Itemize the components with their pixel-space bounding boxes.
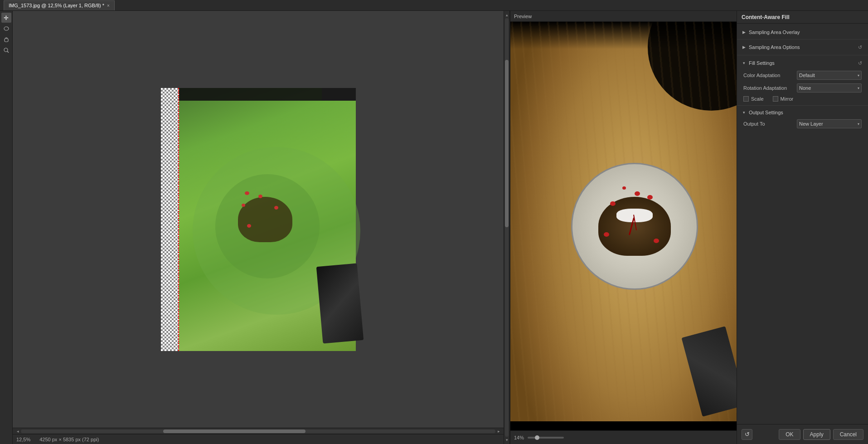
preview-image-area [510, 22, 737, 430]
output-to-value: New Layer [799, 121, 823, 127]
document-tab[interactable]: IMG_1573.jpg @ 12,5% (Layer 1, RGB/8) * … [4, 0, 115, 10]
sampling-options-arrow: ▶ [742, 45, 746, 49]
preview-header: Preview [510, 11, 737, 22]
sampling-options-title: Sampling Area Options [749, 44, 853, 50]
color-adaptation-arrow: ▾ [858, 73, 859, 78]
apply-button[interactable]: Apply [803, 429, 830, 440]
fill-settings-reset-button[interactable]: ↺ [856, 59, 863, 67]
zoom-slider-thumb[interactable] [535, 435, 539, 440]
scrollbar-track[interactable] [21, 429, 495, 433]
output-to-select[interactable]: New Layer ▾ [797, 119, 862, 128]
sampling-options-reset-button[interactable]: ↺ [856, 44, 863, 51]
preview-plate [571, 163, 698, 290]
mirror-label: Mirror [781, 96, 794, 102]
document-info: 4250 px × 5835 px (72 ppi) [39, 437, 99, 442]
tab-label: IMG_1573.jpg @ 12,5% (Layer 1, RGB/8) * [9, 3, 104, 8]
scale-checkbox[interactable] [743, 96, 749, 102]
rotation-adaptation-label: Rotation Adaptation [743, 85, 793, 91]
scroll-up-arrow[interactable]: ▴ [504, 12, 510, 18]
preview-zoom-label: 14% [514, 435, 524, 440]
fill-settings-title: Fill Settings [749, 60, 853, 66]
divider-3 [737, 105, 868, 106]
sampling-overlay-title: Sampling Area Overlay [749, 29, 863, 35]
scroll-left-arrow[interactable]: ◂ [15, 428, 21, 434]
hand-tool-button[interactable] [1, 34, 11, 44]
berry-4 [604, 232, 609, 237]
main-area: ✛ [0, 11, 868, 444]
tab-area: IMG_1573.jpg @ 12,5% (Layer 1, RGB/8) * … [4, 0, 115, 10]
berry-2 [635, 191, 640, 196]
scroll-right-arrow[interactable]: ▸ [495, 428, 502, 434]
output-to-row: Output To New Layer ▾ [737, 117, 868, 130]
rotation-adaptation-select[interactable]: None ▾ [797, 83, 862, 93]
right-panel: Content-Aware Fill ▶ Sampling Area Overl… [737, 11, 868, 444]
rotation-adaptation-arrow: ▾ [858, 86, 859, 90]
preview-food-stack [598, 197, 671, 256]
left-toolbar: ✛ [0, 11, 13, 444]
svg-point-5 [4, 48, 8, 52]
preview-title: Preview [514, 14, 532, 19]
vscroll-track[interactable] [505, 18, 509, 437]
divider-2 [737, 55, 868, 55]
color-adaptation-label: Color Adaptation [743, 73, 793, 78]
cancel-button[interactable]: Cancel [833, 429, 863, 440]
color-adaptation-row: Color Adaptation Default ▾ [737, 69, 868, 82]
panel-reset-button[interactable]: ↺ [742, 429, 752, 440]
horizontal-scrollbar[interactable]: ◂ ▸ [13, 428, 504, 434]
scrollbar-thumb[interactable] [163, 429, 305, 433]
berry-1 [647, 195, 653, 200]
mirror-checkbox-group: Mirror [773, 96, 794, 102]
divider-1 [737, 39, 868, 39]
svg-line-6 [7, 51, 9, 53]
right-panel-footer: ↺ OK Apply Cancel [737, 424, 868, 444]
svg-point-0 [4, 27, 9, 30]
color-adaptation-select[interactable]: Default ▾ [797, 71, 862, 80]
color-adaptation-value: Default [799, 73, 815, 78]
output-to-arrow: ▾ [858, 122, 859, 126]
mirror-checkbox[interactable] [773, 96, 778, 102]
vertical-scrollbar[interactable]: ▴ ▾ [504, 11, 510, 444]
vscroll-thumb[interactable] [505, 60, 509, 227]
right-panel-content: ▶ Sampling Area Overlay ▶ Sampling Area … [737, 24, 868, 424]
preview-panel: Preview [510, 11, 737, 444]
canvas-document [161, 88, 356, 351]
rotation-adaptation-value: None [799, 85, 811, 91]
transparency-region [161, 88, 179, 351]
ok-button[interactable]: OK [779, 429, 800, 440]
svg-rect-1 [5, 39, 8, 42]
rotation-adaptation-row: Rotation Adaptation None ▾ [737, 82, 868, 94]
berry-6 [622, 186, 626, 190]
fill-settings-section[interactable]: ▾ Fill Settings ↺ [737, 57, 868, 69]
output-settings-section[interactable]: ▾ Output Settings [737, 107, 868, 117]
right-panel-title: Content-Aware Fill [742, 14, 790, 20]
move-tool-button[interactable]: ✛ [1, 13, 11, 23]
scale-checkbox-group: Scale [743, 96, 764, 102]
tab-close-button[interactable]: × [107, 3, 110, 8]
top-bar: IMG_1573.jpg @ 12,5% (Layer 1, RGB/8) * … [0, 0, 868, 11]
sampling-area-overlay-section[interactable]: ▶ Sampling Area Overlay [737, 27, 868, 37]
output-settings-title: Output Settings [749, 110, 863, 115]
output-to-label: Output To [743, 121, 793, 127]
fill-settings-arrow: ▾ [742, 61, 746, 65]
status-bar: 12,5% 4250 px × 5835 px (72 ppi) [13, 434, 504, 444]
zoom-slider[interactable] [528, 437, 564, 439]
preview-footer: 14% [510, 430, 737, 444]
sampling-area-options-section[interactable]: ▶ Sampling Area Options ↺ [737, 41, 868, 53]
selection-border [178, 88, 179, 351]
preview-dark-overlay-bottom [510, 421, 737, 430]
scale-mirror-row: Scale Mirror [737, 94, 868, 103]
zoom-tool-button[interactable] [1, 45, 11, 55]
canvas-area: ◂ ▸ 12,5% 4250 px × 5835 px (72 ppi) [13, 11, 504, 444]
canvas-viewport[interactable] [13, 11, 504, 428]
sampling-overlay-arrow: ▶ [742, 30, 746, 34]
lasso-tool-button[interactable] [1, 24, 11, 34]
zoom-level: 12,5% [16, 437, 30, 442]
preview-photo [510, 22, 737, 430]
canvas-image [179, 88, 356, 351]
output-settings-arrow: ▾ [742, 110, 746, 115]
right-panel-header: Content-Aware Fill [737, 11, 868, 24]
scroll-down-arrow[interactable]: ▾ [504, 437, 510, 443]
scale-label: Scale [751, 96, 764, 102]
